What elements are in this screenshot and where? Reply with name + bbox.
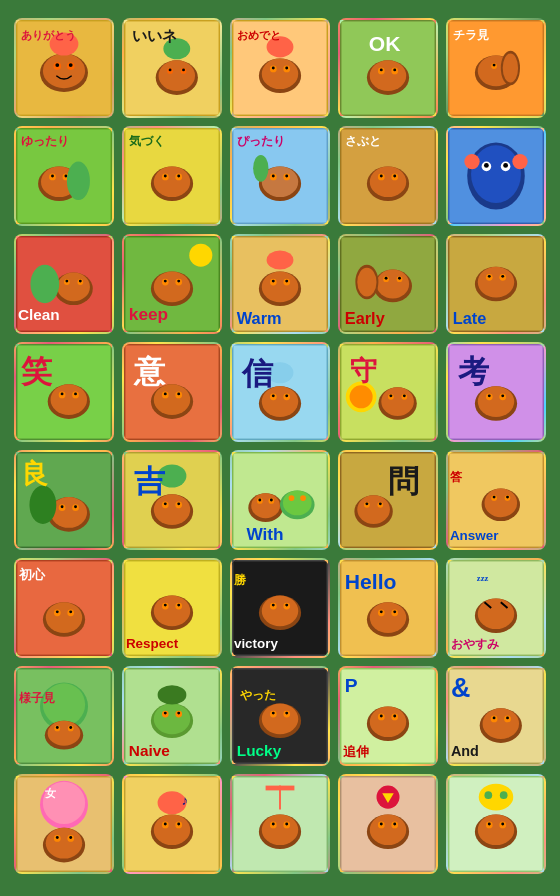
sticker-25-answer[interactable]: 答 Answer [446,450,546,550]
sticker-12-keep[interactable]: keep [122,234,222,334]
svg-point-15 [169,68,172,71]
sticker-10[interactable] [446,126,546,226]
svg-point-220 [270,499,273,502]
sticker-21-good[interactable]: 良 [14,450,114,550]
sticker-15-late[interactable]: Late [446,234,546,334]
sticker-18-trust[interactable]: 信 [230,342,330,442]
sticker-26-beginner[interactable]: 初心 [14,558,114,658]
sticker-39[interactable] [338,774,438,874]
sticker-40[interactable] [446,774,546,874]
sticker-20-think[interactable]: 考 [446,342,546,442]
sticker-34-ps[interactable]: P 追伸 [338,666,438,766]
svg-point-45 [493,64,496,67]
svg-point-223 [289,495,295,501]
svg-point-180 [403,394,406,397]
svg-point-151 [61,392,64,395]
svg-point-365 [262,814,298,845]
svg-point-252 [69,610,72,613]
svg-point-187 [478,386,514,417]
sticker-13-warm[interactable]: Warm [230,234,330,334]
sticker-14-early[interactable]: Early [338,234,438,334]
sticker-31-watching[interactable]: 様子見 [14,666,114,766]
svg-text:考: 考 [458,355,490,389]
svg-point-55 [67,162,90,200]
svg-point-82 [380,175,383,178]
sticker-38[interactable] [230,774,330,874]
sticker-17-will[interactable]: 意 [122,342,222,442]
sticker-7[interactable]: 気づく [122,126,222,226]
svg-text:様子見: 様子見 [18,691,55,704]
svg-point-63 [164,175,167,178]
svg-point-123 [267,250,294,269]
svg-point-131 [385,277,388,280]
svg-point-266 [262,596,298,627]
svg-text:And: And [451,743,479,759]
svg-point-328 [393,715,396,718]
svg-point-318 [285,712,288,715]
sticker-9[interactable]: さぶと [338,126,438,226]
sticker-35-and[interactable]: & And [446,666,546,766]
svg-point-242 [506,496,509,499]
sticker-2[interactable]: いいネ [122,18,222,118]
svg-point-375 [370,814,406,845]
svg-text:女: 女 [44,787,57,799]
svg-text:With: With [246,524,283,544]
svg-text:さぶと: さぶと [345,134,381,148]
svg-point-358 [164,823,167,826]
sticker-16-laugh[interactable]: 笑 [14,342,114,442]
svg-point-257 [154,596,190,627]
sticker-1[interactable]: ありがとう [14,18,114,118]
sticker-22-luck[interactable]: 吉 [122,450,222,550]
sticker-32-naive[interactable]: Naive [122,666,222,766]
svg-text:Late: Late [453,309,487,327]
sticker-19-protect[interactable]: 守 [338,342,438,442]
sticker-6[interactable]: ゆったり [14,126,114,226]
svg-text:おめでと: おめでと [237,30,281,41]
svg-text:チラ見: チラ見 [453,29,489,41]
svg-point-200 [74,505,77,508]
svg-point-299 [69,726,72,729]
sticker-24-question[interactable]: 問 [338,450,438,550]
sticker-3[interactable]: おめでと [230,18,330,118]
sticker-23-with[interactable]: With [230,450,330,550]
svg-point-349 [56,836,59,839]
sticker-5[interactable]: チラ見 [446,18,546,118]
svg-point-260 [164,604,167,607]
svg-text:Early: Early [345,309,385,327]
svg-point-270 [285,604,288,607]
svg-point-103 [30,265,59,303]
svg-point-94 [512,154,527,169]
sticker-28-victory[interactable]: 勝 victory [230,558,330,658]
svg-text:Lucky: Lucky [237,742,282,759]
svg-text:OK: OK [369,32,401,55]
svg-point-307 [164,712,167,715]
svg-point-327 [380,715,383,718]
svg-text:吉: 吉 [134,465,166,499]
svg-point-64 [177,175,180,178]
svg-point-32 [370,60,406,91]
svg-point-308 [177,712,180,715]
svg-point-122 [285,280,288,283]
svg-point-346 [46,828,82,859]
svg-point-369 [285,823,288,826]
svg-point-134 [357,268,376,297]
sticker-33-lucky[interactable]: やった Lucky [230,666,330,766]
svg-point-54 [64,175,67,178]
svg-point-276 [370,602,406,633]
svg-point-210 [177,502,180,505]
sticker-8[interactable]: ぴったり [230,126,330,226]
svg-text:Respect: Respect [126,636,179,651]
sticker-36[interactable]: 女 [14,774,114,874]
svg-point-160 [164,392,167,395]
sticker-37[interactable]: ♪ [122,774,222,874]
sticker-30-goodnight[interactable]: zzz おやすみ [446,558,546,658]
sticker-4[interactable]: OK [338,18,438,118]
svg-point-269 [272,604,275,607]
svg-text:victory: victory [234,636,279,651]
sticker-11-clean[interactable]: Clean [14,234,114,334]
sticker-27-respect[interactable]: Respect [122,558,222,658]
svg-point-152 [74,392,77,395]
sticker-29-hello[interactable]: Hello [338,558,438,658]
svg-point-111 [164,280,167,283]
svg-point-238 [484,488,517,517]
